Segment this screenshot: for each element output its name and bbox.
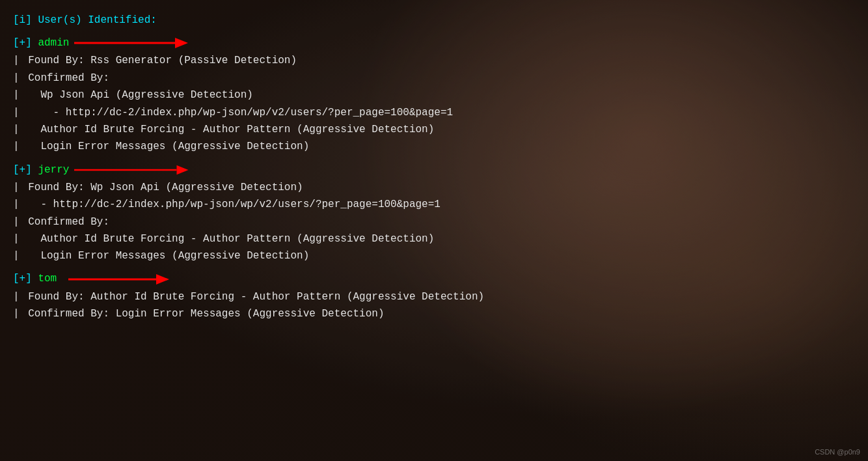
admin-found-by: | Found By: Rss Generator (Passive Detec…	[13, 52, 855, 69]
jerry-confirmed-2: | Login Error Messages (Aggressive Detec…	[13, 247, 855, 264]
jerry-confirmed-1: | Author Id Brute Forcing - Author Patte…	[13, 230, 855, 247]
jerry-confirmed-by-label: | Confirmed By:	[13, 214, 855, 230]
arrow-admin	[74, 34, 191, 52]
tom-found-by: | Found By: Author Id Brute Forcing - Au…	[13, 288, 855, 305]
admin-name: admin	[38, 35, 69, 51]
svg-marker-3	[177, 165, 189, 175]
admin-confirmed-2: | Author Id Brute Forcing - Author Patte…	[13, 121, 855, 138]
terminal-output: [i] User(s) Identified: [+] admin | Foun…	[0, 0, 868, 461]
admin-prefix: [+]	[13, 35, 38, 51]
svg-marker-1	[175, 38, 188, 48]
user-admin-line: [+] admin	[13, 34, 855, 52]
jerry-found-url: | - http://dc-2/index.php/wp-json/wp/v2/…	[13, 196, 855, 213]
arrow-tom	[62, 270, 179, 288]
user-jerry-line: [+] jerry	[13, 161, 855, 179]
header-bracket: [i] User(s) Identified:	[13, 12, 157, 29]
jerry-prefix: [+]	[13, 161, 38, 178]
admin-confirmed-by-label: | Confirmed By:	[13, 70, 855, 87]
admin-confirmed-3: | Login Error Messages (Aggressive Detec…	[13, 138, 855, 155]
watermark: CSDN @p0n9	[815, 448, 860, 456]
admin-confirmed-1: | Wp Json Api (Aggressive Detection)	[13, 87, 855, 104]
tom-name: tom	[38, 270, 57, 287]
user-tom-line: [+] tom	[13, 270, 855, 288]
svg-marker-5	[156, 274, 169, 285]
jerry-found-by: | Found By: Wp Json Api (Aggressive Dete…	[13, 179, 855, 196]
header-line: [i] User(s) Identified:	[13, 12, 855, 29]
admin-confirmed-1-url: | - http://dc-2/index.php/wp-json/wp/v2/…	[13, 104, 855, 121]
arrow-jerry	[74, 161, 191, 179]
jerry-name: jerry	[38, 161, 69, 178]
tom-confirmed-by: | Confirmed By: Login Error Messages (Ag…	[13, 305, 855, 322]
tom-prefix: [+]	[13, 270, 38, 287]
